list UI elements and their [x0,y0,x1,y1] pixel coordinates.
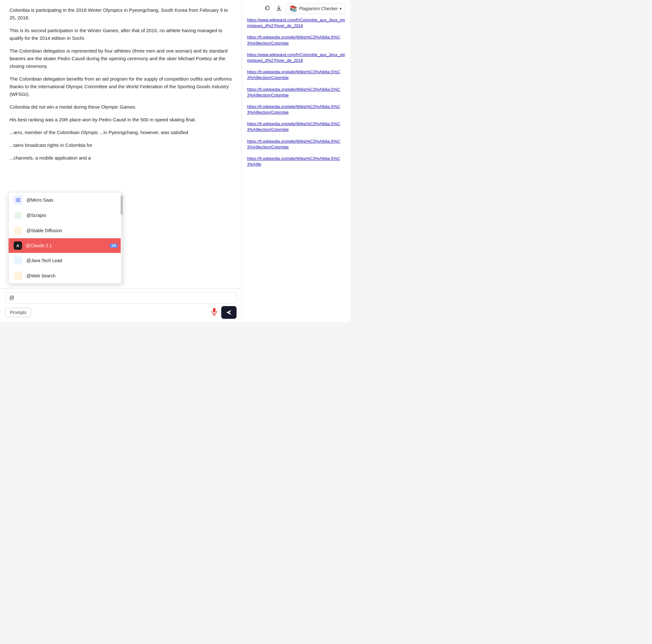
dropdown-item-stable[interactable]: 🎨 @Stable Diffusion [8,223,123,238]
svg-text:A: A [16,243,20,248]
paragraph-9: ...channels, a mobile application and a [9,154,232,162]
scrapio-label: @Scrapio [26,213,117,218]
microsaas-icon [14,196,23,204]
prompts-button[interactable]: Prompts [5,308,31,317]
paragraph-7: ...arro, member of the Colombian Olympic… [9,129,232,136]
dropdown-item-claude[interactable]: A @Claude 2.1 2/8 [8,238,123,253]
microsaas-label: @Micro Saas [26,198,117,203]
link-item-8[interactable]: https://fr.wikipedia.org/wiki/Wikip%C3%A… [247,156,345,167]
java-label: @Java Tech Lead [26,258,117,263]
stable-icon: 🎨 [14,226,23,235]
claude-badge: 2/8 [110,243,117,248]
links-sidebar: 📚 Plagiarism Checker ▾ https://www.wikiw… [242,0,350,322]
svg-rect-3 [16,201,20,202]
plagiarism-icon: 📚 [290,5,297,12]
dropdown-item-microsaas[interactable]: @Micro Saas [8,192,123,208]
svg-rect-6 [14,227,22,235]
link-item-6[interactable]: https://fr.wikipedia.org/wiki/Wikip%C3%A… [247,121,345,132]
dropdown-item-websearch[interactable]: 🔍 @Web Search [8,268,123,283]
bottom-bar: Prompts [5,306,237,319]
paragraph-2: This is its second participation in the … [9,27,232,42]
paragraph-8: ...tains broadcast rights in Colombia fo… [9,141,232,149]
link-item-0[interactable]: https://www.wikiwand.com/fr/Colombie_aux… [247,17,345,29]
svg-rect-9 [14,256,22,265]
top-bar: 📚 Plagiarism Checker ▾ [247,3,345,14]
paragraph-4: The Colombian delegation benefits from a… [9,75,232,98]
link-item-5[interactable]: https://fr.wikipedia.org/wiki/Wikip%C3%A… [247,104,345,115]
top-bar-icons: 📚 Plagiarism Checker ▾ [263,3,345,14]
at-symbol: @ [9,295,14,301]
links-container: https://www.wikiwand.com/fr/Colombie_aux… [247,17,345,167]
link-item-1[interactable]: https://fr.wikipedia.org/wiki/Wikip%C3%A… [247,34,345,46]
dropdown-item-scrapio[interactable]: 🌿 @Scrapio [8,208,123,223]
refresh-button[interactable] [263,3,272,14]
send-button[interactable] [221,306,237,319]
paragraph-6: His best ranking was a 20th place won by… [9,116,232,124]
scrapio-icon: 🌿 [14,211,23,220]
svg-rect-11 [14,272,22,280]
plagiarism-button[interactable]: 📚 Plagiarism Checker ▾ [286,3,345,14]
svg-rect-2 [16,199,20,199]
paragraph-1: Colombia is participating in the 2018 Wi… [9,6,232,22]
input-area: @ Prompts [0,288,242,322]
link-item-7[interactable]: https://fr.wikipedia.org/wiki/Wikip%C3%A… [247,138,345,150]
plagiarism-label: Plagiarism Checker [299,6,338,11]
download-button[interactable] [274,3,283,14]
java-icon: 🤖 [14,256,23,265]
paragraph-5: Colombia did not win a medal during thes… [9,103,232,111]
claude-label: @Claude 2.1 [26,243,106,248]
stable-label: @Stable Diffusion [26,228,117,233]
svg-point-4 [14,211,22,219]
main-container: Colombia is participating in the 2018 Wi… [0,0,350,322]
content-area: Colombia is participating in the 2018 Wi… [0,0,242,322]
input-row: @ [5,292,237,304]
link-item-3[interactable]: https://fr.wikipedia.org/wiki/Wikip%C3%A… [247,69,345,81]
dropdown-item-java[interactable]: 🤖 @Java Tech Lead [8,253,123,268]
chevron-down-icon: ▾ [340,6,342,11]
websearch-icon: 🔍 [14,272,23,280]
paragraph-3: The Colombian delegation is represented … [9,47,232,70]
right-actions [211,306,237,319]
link-item-4[interactable]: https://fr.wikipedia.org/wiki/Wikip%C3%A… [247,87,345,98]
svg-rect-1 [16,200,20,200]
claude-icon: A [14,241,22,250]
chat-input[interactable] [16,295,233,301]
mention-dropdown: @Micro Saas 🌿 @Scrapio 🎨 [8,192,123,284]
mic-button[interactable] [211,308,218,317]
link-item-2[interactable]: https://www.wikiwand.com/fr/Colombie_aux… [247,52,345,63]
websearch-label: @Web Search [26,273,117,278]
